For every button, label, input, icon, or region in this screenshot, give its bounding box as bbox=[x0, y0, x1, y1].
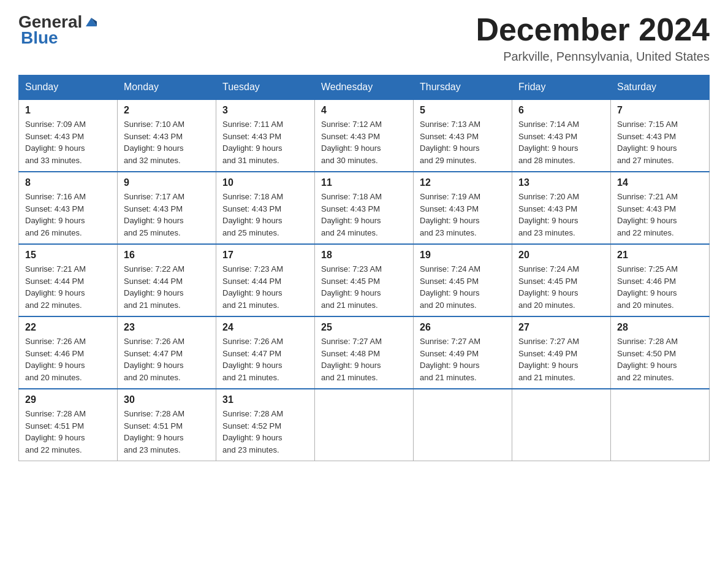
day-number: 1 bbox=[25, 105, 111, 116]
day-info: Sunrise: 7:19 AMSunset: 4:43 PMDaylight:… bbox=[420, 191, 506, 239]
logo-triangle-icon bbox=[85, 15, 98, 29]
day-number: 23 bbox=[124, 322, 210, 333]
calendar-cell: 6Sunrise: 7:14 AMSunset: 4:43 PMDaylight… bbox=[512, 99, 611, 172]
calendar-cell: 2Sunrise: 7:10 AMSunset: 4:43 PMDaylight… bbox=[118, 99, 216, 172]
col-header-thursday: Thursday bbox=[414, 75, 512, 100]
day-info: Sunrise: 7:28 AMSunset: 4:51 PMDaylight:… bbox=[124, 408, 210, 456]
day-number: 16 bbox=[124, 250, 210, 261]
day-info: Sunrise: 7:09 AMSunset: 4:43 PMDaylight:… bbox=[25, 118, 111, 166]
col-header-friday: Friday bbox=[512, 75, 611, 100]
calendar-cell: 1Sunrise: 7:09 AMSunset: 4:43 PMDaylight… bbox=[19, 99, 118, 172]
week-row-5: 29Sunrise: 7:28 AMSunset: 4:51 PMDayligh… bbox=[19, 389, 710, 461]
day-number: 4 bbox=[321, 105, 407, 116]
day-number: 6 bbox=[518, 105, 604, 116]
day-number: 29 bbox=[25, 394, 111, 405]
header: General Blue December 2024 Parkville, Pe… bbox=[18, 12, 710, 64]
day-number: 30 bbox=[124, 394, 210, 405]
day-info: Sunrise: 7:10 AMSunset: 4:43 PMDaylight:… bbox=[124, 118, 210, 166]
day-info: Sunrise: 7:21 AMSunset: 4:44 PMDaylight:… bbox=[25, 263, 111, 311]
day-number: 26 bbox=[420, 322, 506, 333]
calendar-cell: 26Sunrise: 7:27 AMSunset: 4:49 PMDayligh… bbox=[414, 316, 512, 389]
day-info: Sunrise: 7:26 AMSunset: 4:46 PMDaylight:… bbox=[25, 335, 111, 383]
month-title: December 2024 bbox=[476, 12, 710, 47]
calendar-cell: 14Sunrise: 7:21 AMSunset: 4:43 PMDayligh… bbox=[611, 172, 710, 244]
day-number: 7 bbox=[617, 105, 703, 116]
day-info: Sunrise: 7:15 AMSunset: 4:43 PMDaylight:… bbox=[617, 118, 703, 166]
calendar-cell bbox=[414, 389, 512, 461]
day-number: 12 bbox=[420, 177, 506, 188]
day-info: Sunrise: 7:28 AMSunset: 4:52 PMDaylight:… bbox=[222, 408, 308, 456]
calendar-cell: 31Sunrise: 7:28 AMSunset: 4:52 PMDayligh… bbox=[216, 389, 315, 461]
week-row-1: 1Sunrise: 7:09 AMSunset: 4:43 PMDaylight… bbox=[19, 99, 710, 172]
week-row-2: 8Sunrise: 7:16 AMSunset: 4:43 PMDaylight… bbox=[19, 172, 710, 244]
day-number: 14 bbox=[617, 177, 703, 188]
calendar-cell: 28Sunrise: 7:28 AMSunset: 4:50 PMDayligh… bbox=[611, 316, 710, 389]
day-number: 28 bbox=[617, 322, 703, 333]
calendar-cell bbox=[611, 389, 710, 461]
day-info: Sunrise: 7:11 AMSunset: 4:43 PMDaylight:… bbox=[222, 118, 308, 166]
calendar-cell: 30Sunrise: 7:28 AMSunset: 4:51 PMDayligh… bbox=[118, 389, 216, 461]
calendar-cell: 15Sunrise: 7:21 AMSunset: 4:44 PMDayligh… bbox=[19, 244, 118, 316]
day-info: Sunrise: 7:23 AMSunset: 4:44 PMDaylight:… bbox=[222, 263, 308, 311]
day-info: Sunrise: 7:24 AMSunset: 4:45 PMDaylight:… bbox=[420, 263, 506, 311]
week-row-4: 22Sunrise: 7:26 AMSunset: 4:46 PMDayligh… bbox=[19, 316, 710, 389]
calendar-cell: 8Sunrise: 7:16 AMSunset: 4:43 PMDaylight… bbox=[19, 172, 118, 244]
day-info: Sunrise: 7:20 AMSunset: 4:43 PMDaylight:… bbox=[518, 191, 604, 239]
calendar-cell: 24Sunrise: 7:26 AMSunset: 4:47 PMDayligh… bbox=[216, 316, 315, 389]
calendar-cell: 27Sunrise: 7:27 AMSunset: 4:49 PMDayligh… bbox=[512, 316, 611, 389]
title-area: December 2024 Parkville, Pennsylvania, U… bbox=[476, 12, 710, 64]
day-info: Sunrise: 7:24 AMSunset: 4:45 PMDaylight:… bbox=[518, 263, 604, 311]
col-header-wednesday: Wednesday bbox=[315, 75, 414, 100]
day-info: Sunrise: 7:22 AMSunset: 4:44 PMDaylight:… bbox=[124, 263, 210, 311]
day-info: Sunrise: 7:18 AMSunset: 4:43 PMDaylight:… bbox=[321, 191, 407, 239]
day-info: Sunrise: 7:25 AMSunset: 4:46 PMDaylight:… bbox=[617, 263, 703, 311]
calendar-cell bbox=[315, 389, 414, 461]
day-number: 25 bbox=[321, 322, 407, 333]
calendar-cell: 10Sunrise: 7:18 AMSunset: 4:43 PMDayligh… bbox=[216, 172, 315, 244]
day-number: 13 bbox=[518, 177, 604, 188]
day-number: 3 bbox=[222, 105, 308, 116]
day-number: 9 bbox=[124, 177, 210, 188]
day-number: 20 bbox=[518, 250, 604, 261]
calendar-cell: 25Sunrise: 7:27 AMSunset: 4:48 PMDayligh… bbox=[315, 316, 414, 389]
day-number: 8 bbox=[25, 177, 111, 188]
days-header-row: SundayMondayTuesdayWednesdayThursdayFrid… bbox=[19, 75, 710, 100]
col-header-saturday: Saturday bbox=[611, 75, 710, 100]
col-header-monday: Monday bbox=[118, 75, 216, 100]
day-info: Sunrise: 7:27 AMSunset: 4:48 PMDaylight:… bbox=[321, 335, 407, 383]
calendar-cell: 9Sunrise: 7:17 AMSunset: 4:43 PMDaylight… bbox=[118, 172, 216, 244]
calendar-cell: 3Sunrise: 7:11 AMSunset: 4:43 PMDaylight… bbox=[216, 99, 315, 172]
calendar-cell: 18Sunrise: 7:23 AMSunset: 4:45 PMDayligh… bbox=[315, 244, 414, 316]
calendar-cell: 16Sunrise: 7:22 AMSunset: 4:44 PMDayligh… bbox=[118, 244, 216, 316]
calendar-cell: 21Sunrise: 7:25 AMSunset: 4:46 PMDayligh… bbox=[611, 244, 710, 316]
day-info: Sunrise: 7:28 AMSunset: 4:51 PMDaylight:… bbox=[25, 408, 111, 456]
day-info: Sunrise: 7:26 AMSunset: 4:47 PMDaylight:… bbox=[222, 335, 308, 383]
calendar-cell: 5Sunrise: 7:13 AMSunset: 4:43 PMDaylight… bbox=[414, 99, 512, 172]
calendar-cell: 29Sunrise: 7:28 AMSunset: 4:51 PMDayligh… bbox=[19, 389, 118, 461]
day-info: Sunrise: 7:26 AMSunset: 4:47 PMDaylight:… bbox=[124, 335, 210, 383]
calendar-cell: 11Sunrise: 7:18 AMSunset: 4:43 PMDayligh… bbox=[315, 172, 414, 244]
day-number: 10 bbox=[222, 177, 308, 188]
logo: General Blue bbox=[18, 12, 98, 48]
day-number: 19 bbox=[420, 250, 506, 261]
day-info: Sunrise: 7:23 AMSunset: 4:45 PMDaylight:… bbox=[321, 263, 407, 311]
calendar-cell: 13Sunrise: 7:20 AMSunset: 4:43 PMDayligh… bbox=[512, 172, 611, 244]
logo-blue-text: Blue bbox=[21, 28, 58, 48]
calendar-cell: 20Sunrise: 7:24 AMSunset: 4:45 PMDayligh… bbox=[512, 244, 611, 316]
day-info: Sunrise: 7:13 AMSunset: 4:43 PMDaylight:… bbox=[420, 118, 506, 166]
day-info: Sunrise: 7:16 AMSunset: 4:43 PMDaylight:… bbox=[25, 191, 111, 239]
calendar-cell: 17Sunrise: 7:23 AMSunset: 4:44 PMDayligh… bbox=[216, 244, 315, 316]
day-number: 24 bbox=[222, 322, 308, 333]
calendar-cell: 23Sunrise: 7:26 AMSunset: 4:47 PMDayligh… bbox=[118, 316, 216, 389]
day-number: 21 bbox=[617, 250, 703, 261]
calendar-cell: 12Sunrise: 7:19 AMSunset: 4:43 PMDayligh… bbox=[414, 172, 512, 244]
col-header-tuesday: Tuesday bbox=[216, 75, 315, 100]
day-info: Sunrise: 7:12 AMSunset: 4:43 PMDaylight:… bbox=[321, 118, 407, 166]
location-subtitle: Parkville, Pennsylvania, United States bbox=[476, 50, 710, 64]
day-number: 31 bbox=[222, 394, 308, 405]
day-number: 17 bbox=[222, 250, 308, 261]
day-info: Sunrise: 7:14 AMSunset: 4:43 PMDaylight:… bbox=[518, 118, 604, 166]
day-info: Sunrise: 7:17 AMSunset: 4:43 PMDaylight:… bbox=[124, 191, 210, 239]
day-info: Sunrise: 7:27 AMSunset: 4:49 PMDaylight:… bbox=[518, 335, 604, 383]
calendar-cell: 22Sunrise: 7:26 AMSunset: 4:46 PMDayligh… bbox=[19, 316, 118, 389]
